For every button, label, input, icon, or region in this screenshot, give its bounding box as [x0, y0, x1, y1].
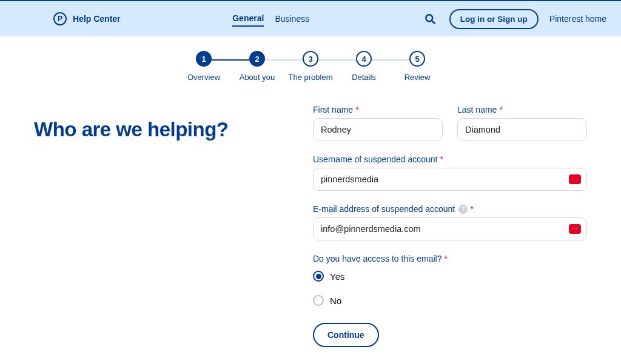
progress-stepper: 1 Overview 2 About you 3 The problem 4 D… — [0, 36, 621, 87]
step-label: Overview — [187, 73, 220, 82]
main-content: Who are we helping? First name* Last nam… — [19, 87, 602, 364]
search-icon[interactable] — [421, 10, 438, 27]
step-label: Review — [404, 73, 431, 82]
radio-label: No — [330, 296, 341, 306]
step-number: 2 — [249, 51, 265, 67]
label-text: First name — [313, 105, 353, 114]
email-input[interactable] — [313, 217, 587, 240]
email-label: E-mail address of suspended account ? * — [313, 204, 587, 214]
pinterest-home-link[interactable]: Pinterest home — [549, 14, 606, 24]
step-label: About you — [240, 73, 275, 82]
page-title: Who are we helping? — [34, 118, 289, 141]
top-bar: P Help Center General Business Log in or… — [0, 0, 621, 36]
username-input[interactable] — [313, 168, 587, 191]
step-about-you[interactable]: 2 About you — [230, 51, 284, 82]
radio-no[interactable]: No — [313, 295, 587, 306]
step-details[interactable]: 4 Details — [337, 51, 391, 82]
tab-business[interactable]: Business — [275, 12, 309, 26]
step-number: 3 — [303, 51, 318, 67]
last-name-input[interactable] — [457, 118, 587, 141]
step-number: 5 — [409, 51, 425, 67]
label-text: Username of suspended account — [313, 154, 437, 164]
radio-dot-icon — [313, 271, 324, 282]
password-manager-icon[interactable]: ••• — [569, 224, 581, 234]
help-center-label[interactable]: Help Center — [73, 14, 121, 24]
step-the-problem[interactable]: 3 The problem — [284, 51, 337, 82]
required-mark: * — [499, 105, 502, 114]
radio-yes[interactable]: Yes — [313, 271, 587, 282]
required-mark: * — [444, 254, 447, 263]
step-label: Details — [352, 73, 376, 82]
step-overview[interactable]: 1 Overview — [177, 51, 230, 82]
first-name-label: First name* — [313, 105, 443, 114]
login-signup-button[interactable]: Log in or Sign up — [449, 9, 539, 29]
email-access-label: Do you have access to this email?* — [313, 254, 587, 263]
label-text: Do you have access to this email? — [313, 254, 441, 263]
radio-label: Yes — [330, 271, 344, 282]
about-you-form: First name* Last name* Username of suspe… — [313, 105, 587, 347]
password-manager-icon[interactable]: ••• — [569, 174, 581, 184]
first-name-input[interactable] — [313, 118, 443, 141]
help-icon[interactable]: ? — [458, 205, 468, 214]
continue-button[interactable]: Continue — [313, 323, 379, 347]
required-mark: * — [355, 105, 358, 114]
username-label: Username of suspended account* — [313, 154, 587, 164]
svg-line-1 — [432, 21, 434, 23]
required-mark: * — [440, 154, 443, 164]
required-mark: * — [470, 204, 473, 214]
step-number: 1 — [196, 51, 212, 67]
pinterest-logo-icon: P — [53, 12, 67, 25]
step-label: The problem — [289, 73, 333, 82]
tab-general[interactable]: General — [232, 11, 264, 27]
step-review[interactable]: 5 Review — [391, 51, 444, 82]
label-text: Last name — [457, 105, 497, 114]
last-name-label: Last name* — [457, 105, 587, 114]
radio-dot-icon — [313, 295, 324, 306]
step-number: 4 — [356, 51, 372, 67]
label-text: E-mail address of suspended account — [313, 204, 455, 214]
